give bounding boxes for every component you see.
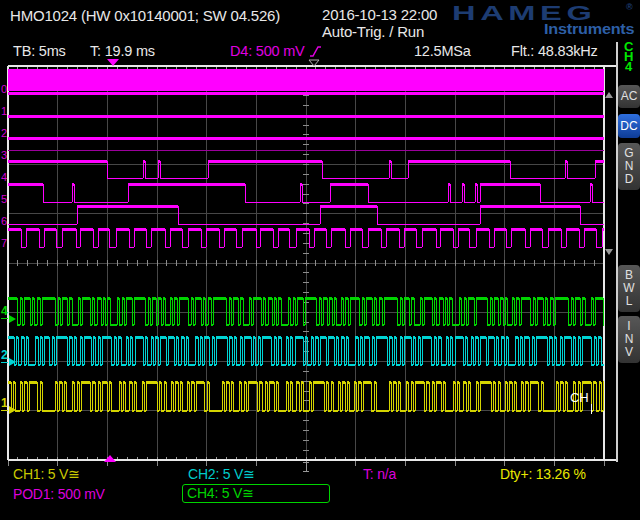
trigger-time-readout: T: 19.9 ms <box>90 43 155 59</box>
device-title: HMO1024 (HW 0x10140001; SW 04.526) <box>10 7 280 24</box>
digital-channel-label-d2[interactable]: 2 <box>1 128 7 139</box>
oscilloscope-screen: HMO1024 (HW 0x10140001; SW 04.526) 2016-… <box>0 0 640 520</box>
channel-overlay-label: CH <box>570 390 588 405</box>
coupling-ac-button[interactable]: AC <box>618 85 640 108</box>
channel-position-arrow-icon[interactable] <box>9 358 16 366</box>
digital-channel-label-d5[interactable]: 5 <box>1 194 7 205</box>
trigger-level-readout: T: n/a <box>363 466 396 482</box>
analog-channel-label-ch4[interactable]: 4 <box>1 306 8 319</box>
sample-rate-readout: 12.5MSa <box>414 43 471 59</box>
digital-channel-label-d4[interactable]: 4 <box>1 172 7 183</box>
ch4-active-channel-box[interactable]: CH4: 5 V≅ <box>182 484 330 503</box>
digital-channel-label-d7[interactable]: 7 <box>1 238 7 249</box>
timebase-readout: TB: 5ms <box>13 43 66 59</box>
registered-mark: ® <box>626 2 632 12</box>
rising-edge-icon <box>309 45 322 58</box>
trigger-source-label: D4: 500 mV <box>230 43 305 59</box>
ch2-scale-readout: CH2: 5 V≅ <box>188 466 255 482</box>
duty-cycle-readout: Dty+: 13.26 % <box>500 466 586 482</box>
coupling-gnd-button[interactable]: G N D <box>618 143 640 190</box>
coupling-dc-button[interactable]: DC <box>618 114 640 138</box>
digital-channel-label-d1[interactable]: 1 <box>1 106 7 117</box>
scope-display <box>0 0 640 520</box>
channel-position-arrow-icon[interactable] <box>9 406 16 414</box>
trigger-source-readout: D4: 500 mV <box>230 43 322 59</box>
pod1-scale-readout: POD1: 500 mV <box>13 486 105 502</box>
trigger-status: Auto-Trig. / Run <box>322 23 424 40</box>
digital-channel-label-d3[interactable]: 3 <box>1 150 7 161</box>
digital-channel-label-d0[interactable]: 0 <box>1 84 7 95</box>
filter-readout: Flt.: 48.83kHz <box>511 43 598 59</box>
channel-position-arrow-icon[interactable] <box>9 315 16 323</box>
ch1-scale-readout: CH1: 5 V≅ <box>13 466 80 482</box>
invert-button[interactable]: I N V <box>618 316 640 363</box>
logo-subtitle: Instruments <box>544 20 634 37</box>
datetime-display: 2016-10-13 22:00 <box>322 6 437 23</box>
bandwidth-limit-button[interactable]: B W L <box>618 265 640 312</box>
digital-channel-label-d6[interactable]: 6 <box>1 216 7 227</box>
analog-channel-label-ch1[interactable]: 1 <box>1 398 8 411</box>
sidebar-channel-title: C H 4 <box>624 42 633 72</box>
analog-channel-label-ch2[interactable]: 2 <box>1 350 8 363</box>
